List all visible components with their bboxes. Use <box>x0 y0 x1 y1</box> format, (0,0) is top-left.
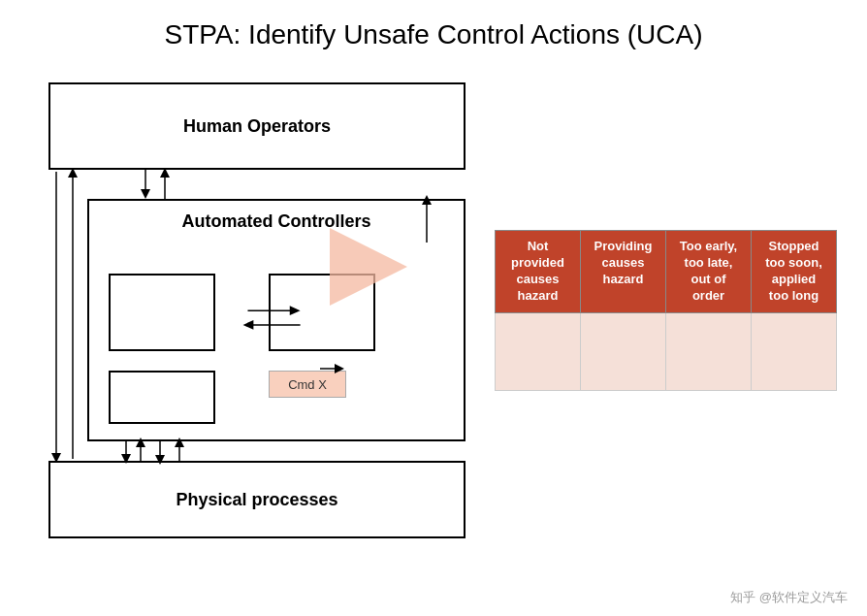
left-diagram: Human Operators Automated Controllers <box>29 82 475 538</box>
watermark: 知乎 @软件定义汽车 <box>730 589 848 606</box>
cmd-x-label: Cmd X <box>269 371 346 398</box>
physical-processes-label: Physical processes <box>176 490 337 510</box>
diagram-area: Human Operators Automated Controllers <box>29 68 838 553</box>
top-arrows-svg <box>116 168 194 199</box>
physical-processes-box: Physical processes <box>48 461 466 538</box>
cell-stopped <box>752 312 837 390</box>
page-container: STPA: Identify Unsafe Control Actions (U… <box>0 0 867 616</box>
uca-table-area: Not provided causes hazard Providing cau… <box>495 82 837 538</box>
inner-box-bottom <box>109 371 215 424</box>
funnel-shape <box>330 209 446 325</box>
cell-timing <box>666 312 752 390</box>
inner-box-left <box>109 274 215 351</box>
cell-providing <box>581 312 666 390</box>
col-header-providing: Providing causes hazard <box>581 231 666 313</box>
main-title: STPA: Identify Unsafe Control Actions (U… <box>29 19 838 50</box>
col-header-stopped: Stopped too soon, applied too long <box>752 231 837 313</box>
svg-marker-3 <box>160 168 170 178</box>
svg-marker-1 <box>141 189 150 199</box>
cell-not-provided <box>496 312 581 390</box>
uca-table: Not provided causes hazard Providing cau… <box>495 230 837 391</box>
svg-marker-7 <box>243 320 254 330</box>
human-operators-label: Human Operators <box>183 116 331 137</box>
human-operators-box: Human Operators <box>48 82 466 170</box>
table-row <box>496 312 837 390</box>
table-header-row: Not provided causes hazard Providing cau… <box>496 231 837 313</box>
col-header-not-provided: Not provided causes hazard <box>496 231 581 313</box>
col-header-timing: Too early, too late, out of order <box>666 231 752 313</box>
svg-marker-24 <box>330 228 407 306</box>
